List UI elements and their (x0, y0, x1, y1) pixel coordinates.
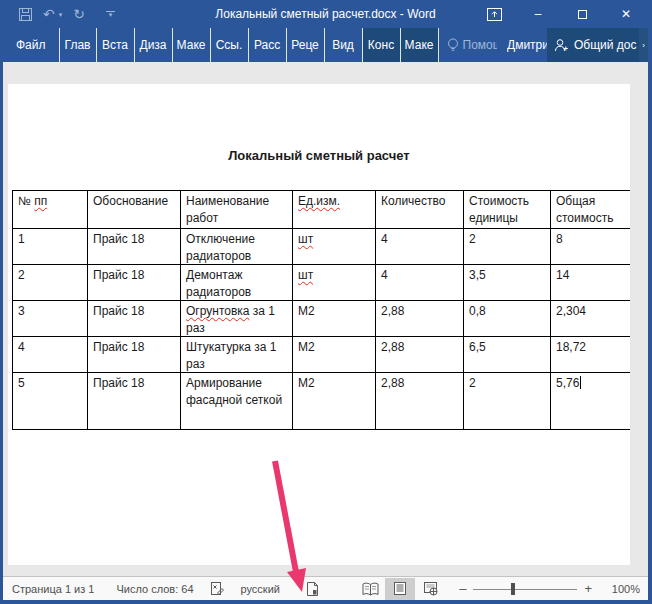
table-cell[interactable]: 18,72 (551, 337, 631, 373)
tab-file[interactable]: Файл (3, 28, 59, 62)
table-cell[interactable]: 5 (13, 373, 88, 430)
table-cell[interactable]: Прайс 18 (88, 373, 181, 430)
account-user-button[interactable]: Дмитрие... (507, 28, 547, 62)
window-controls: – ✕ (472, 0, 648, 28)
table-header-cell[interactable]: Стоимость единицы (464, 191, 551, 229)
table-header-cell[interactable]: № пп (13, 191, 88, 229)
table-cell[interactable]: 4 (376, 229, 464, 265)
ribbon-overflow-button[interactable]: › (639, 28, 648, 62)
table-row: 2Прайс 18Демонтаж радиаторовшт43,514 (13, 265, 631, 301)
table-cell[interactable]: 2,88 (376, 301, 464, 337)
ribbon-tab[interactable]: Реце (287, 28, 325, 62)
document-area: Локальный сметный расчет № ппОбоснование… (3, 62, 648, 576)
table-cell[interactable]: Огрунтовка за 1 раз (181, 301, 293, 337)
table-cell[interactable]: 5,76 (551, 373, 631, 430)
table-cell[interactable]: 2 (13, 265, 88, 301)
table-cell[interactable]: 14 (551, 265, 631, 301)
table-row: 3Прайс 18Огрунтовка за 1 разМ22,880,82,3… (13, 301, 631, 337)
table-cell[interactable]: 8 (551, 229, 631, 265)
ribbon-tab[interactable]: Маке (173, 28, 211, 62)
ribbon-tab[interactable]: Глав (59, 28, 97, 62)
ribbon-tab[interactable]: Вста (97, 28, 135, 62)
table-cell[interactable]: 2 (464, 229, 551, 265)
table-header-cell[interactable]: Ед.изм. (293, 191, 376, 229)
table-cell[interactable]: Армирование фасадной сеткой (181, 373, 293, 430)
table-cell[interactable]: шт (293, 229, 376, 265)
ribbon-tab[interactable]: Конс (363, 28, 401, 62)
table-cell[interactable]: Прайс 18 (88, 301, 181, 337)
lightbulb-icon (447, 38, 459, 53)
page-indicator[interactable]: Страница 1 из 1 (12, 583, 94, 595)
quick-access-toolbar: ↶ ▾ ↻ ▾ (3, 7, 115, 21)
estimate-table: № ппОбоснованиеНаименование работЕд.изм.… (12, 190, 630, 430)
table-cell[interactable]: М2 (293, 301, 376, 337)
table-header-cell[interactable]: Количество (376, 191, 464, 229)
table-cell[interactable]: 1 (13, 229, 88, 265)
status-bar: Страница 1 из 1 Число слов: 64 русский (3, 576, 648, 600)
table-cell[interactable]: 3,5 (464, 265, 551, 301)
table-cell[interactable]: Прайс 18 (88, 337, 181, 373)
table-cell[interactable]: 2,88 (376, 373, 464, 430)
table-cell[interactable]: Прайс 18 (88, 265, 181, 301)
undo-icon[interactable]: ↶ (43, 7, 55, 21)
table-cell[interactable]: Демонтаж радиаторов (181, 265, 293, 301)
zoom-slider[interactable] (473, 578, 577, 600)
table-cell[interactable]: 3 (13, 301, 88, 337)
table-cell[interactable]: 2 (464, 373, 551, 430)
share-button[interactable]: Общий дос (547, 28, 639, 62)
language-indicator[interactable]: русский (241, 583, 280, 595)
table-cell[interactable]: Прайс 18 (88, 229, 181, 265)
table-cell[interactable]: 4 (376, 265, 464, 301)
ribbon-tab[interactable]: Ссы. (211, 28, 249, 62)
undo-dropdown-icon[interactable]: ▾ (59, 11, 63, 21)
table-cell[interactable]: М2 (293, 337, 376, 373)
ribbon-tab[interactable]: Расс (249, 28, 287, 62)
redo-icon[interactable]: ↻ (73, 7, 85, 21)
table-row: 5Прайс 18Армирование фасадной сеткойМ22,… (13, 373, 631, 430)
tell-me-label: Помощь (463, 38, 497, 52)
close-button[interactable]: ✕ (604, 0, 648, 28)
table-cell[interactable]: 6,5 (464, 337, 551, 373)
table-cell[interactable]: 0,8 (464, 301, 551, 337)
table-cell[interactable]: М2 (293, 373, 376, 430)
web-layout-button[interactable] (415, 578, 445, 600)
customize-qat-icon[interactable]: ▾ (106, 11, 115, 17)
table-header-cell[interactable]: Общая стоимость (551, 191, 631, 229)
zoom-slider-track (473, 589, 577, 590)
view-shortcuts (355, 578, 445, 600)
ribbon-tab-row: Файл ГлавВстаДизаМакеСсы.РассРецеВидКонс… (3, 28, 648, 62)
table-cell[interactable]: 2,88 (376, 337, 464, 373)
table-cell[interactable]: Штукатурка за 1 раз (181, 337, 293, 373)
table-cell[interactable]: 4 (13, 337, 88, 373)
maximize-button[interactable] (560, 0, 604, 28)
save-icon[interactable] (19, 8, 32, 21)
zoom-level[interactable]: 100% (606, 583, 640, 595)
zoom-out-button[interactable]: – (459, 581, 466, 596)
ribbon-tabs-group: ГлавВстаДизаМакеСсы.РассРецеВидКонсМаке (59, 28, 439, 62)
document-page[interactable]: Локальный сметный расчет № ппОбоснование… (8, 84, 630, 565)
word-count[interactable]: Число слов: 64 (116, 583, 193, 595)
minimize-button[interactable]: – (516, 0, 560, 28)
table-header-cell[interactable]: Наименование работ (181, 191, 293, 229)
table-header-cell[interactable]: Обоснование (88, 191, 181, 229)
read-mode-button[interactable] (355, 578, 385, 600)
tell-me-button[interactable]: Помощь (447, 28, 497, 62)
ribbon-tab[interactable]: Диза (135, 28, 173, 62)
table-cell[interactable]: шт (293, 265, 376, 301)
ribbon-display-options-icon[interactable] (472, 0, 516, 28)
print-layout-button[interactable] (385, 578, 415, 600)
table-cell[interactable]: Отключение радиаторов (181, 229, 293, 265)
zoom-slider-thumb[interactable] (511, 583, 515, 595)
macro-record-icon[interactable] (306, 581, 320, 597)
ribbon-tab[interactable]: Вид (325, 28, 363, 62)
title-bar: ↶ ▾ ↻ ▾ Локальный сметный расчет.docx - … (3, 0, 648, 28)
proofing-errors-icon[interactable] (210, 581, 225, 596)
zoom-in-button[interactable]: + (584, 581, 592, 596)
ribbon-tab[interactable]: Маке (401, 28, 439, 62)
table-row: 4Прайс 18Штукатурка за 1 разМ22,886,518,… (13, 337, 631, 373)
table-cell[interactable]: 2,304 (551, 301, 631, 337)
user-name-label: Дмитрие... (507, 38, 547, 52)
document-title[interactable]: Локальный сметный расчет (8, 148, 630, 163)
share-label: Общий дос (574, 38, 637, 52)
table-row: 1Прайс 18Отключение радиаторовшт428 (13, 229, 631, 265)
